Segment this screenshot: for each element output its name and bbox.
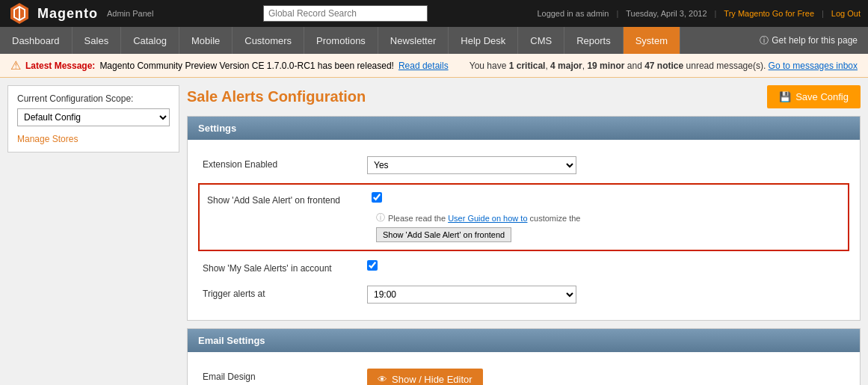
date-text: Tuesday, April 3, 2012 (626, 9, 707, 18)
settings-section-header: Settings (188, 117, 860, 140)
nav-bar: Dashboard Sales Catalog Mobile Customers… (0, 27, 868, 54)
inbox-link[interactable]: Go to messages inbox (769, 61, 858, 71)
my-sale-alerts-label: Show 'My Sale Alerts' in account (203, 260, 367, 274)
save-icon: 💾 (779, 91, 791, 102)
user-guide-link[interactable]: User Guide on how to (448, 214, 527, 223)
add-sale-alert-info: ⓘ Please read the User Guide on how to c… (376, 212, 580, 224)
main-layout: Current Configuration Scope: Default Con… (0, 78, 868, 385)
add-sale-alert-row: Show 'Add Sale Alert' on frontend ⓘ Plea… (198, 183, 849, 251)
extension-enabled-field: Yes No (367, 156, 845, 174)
logo-area: Magento Admin Panel (7, 1, 153, 25)
alert-icon: ⚠ (10, 58, 21, 73)
nav-item-mobile[interactable]: Mobile (179, 27, 233, 54)
settings-section-body: Extension Enabled Yes No Show 'Add Sale … (188, 140, 860, 320)
magento-logo-icon (7, 1, 31, 25)
alert-bar: ⚠ Latest Message: Magento Community Prev… (0, 54, 868, 78)
alert-right: You have 1 critical, 4 major, 19 minor a… (470, 61, 858, 71)
alert-right-pre: You have (470, 61, 509, 71)
top-right: Logged in as admin | Tuesday, April 3, 2… (537, 9, 861, 18)
alert-right-mid: unread message(s). (686, 61, 766, 71)
nav-item-sales[interactable]: Sales (73, 27, 122, 54)
nav-item-helpdesk[interactable]: Help Desk (449, 27, 518, 54)
sidebar: Current Configuration Scope: Default Con… (7, 85, 179, 385)
scope-label: Current Configuration Scope: (17, 93, 170, 104)
info-text-content: Please read the User Guide on how to cus… (388, 214, 580, 223)
nav-item-dashboard[interactable]: Dashboard (0, 27, 73, 54)
page-title-bar: Sale Alerts Configuration 💾 Save Config (187, 85, 861, 108)
extension-enabled-select[interactable]: Yes No (367, 156, 576, 174)
email-settings-section: Email Settings Email Design 👁 Show / Hid… (187, 328, 861, 385)
help-icon: ⓘ (760, 34, 769, 47)
try-magento-link[interactable]: Try Magento Go for Free (724, 9, 814, 18)
search-input[interactable] (263, 5, 428, 22)
nav-item-catalog[interactable]: Catalog (121, 27, 179, 54)
add-sale-alert-checkbox[interactable] (372, 192, 382, 203)
logo-text: Magento (37, 6, 98, 22)
alert-message: Magento Community Preview Version CE 1.7… (99, 61, 394, 71)
trigger-alerts-field: 19:00 18:00 17:00 20:00 (367, 286, 845, 304)
manage-stores-link[interactable]: Manage Stores (17, 134, 170, 144)
separator1: | (616, 9, 618, 18)
trigger-alerts-row: Trigger alerts at 19:00 18:00 17:00 20:0… (188, 280, 860, 309)
eye-icon: 👁 (378, 374, 387, 385)
help-label: Get help for this page (772, 35, 858, 46)
add-sale-alert-label: Show 'Add Sale Alert' on frontend (207, 192, 372, 206)
scope-select[interactable]: Default Config (17, 108, 170, 126)
nav-item-promotions[interactable]: Promotions (304, 27, 378, 54)
nav-item-reports[interactable]: Reports (564, 27, 624, 54)
logout-link[interactable]: Log Out (831, 9, 861, 18)
logged-in-text: Logged in as admin (537, 9, 609, 18)
email-design-label: Email Design (203, 369, 367, 382)
scope-select-wrap: Default Config (17, 108, 170, 126)
separator3: | (822, 9, 824, 18)
alert-major: 4 major (550, 61, 582, 71)
alert-critical: 1 critical (509, 61, 546, 71)
show-add-sale-alert-button[interactable]: Show 'Add Sale Alert' on frontend (376, 227, 511, 242)
extension-enabled-row: Extension Enabled Yes No (188, 150, 860, 180)
info-icon: ⓘ (376, 212, 385, 224)
alert-notice: 47 notice (644, 61, 683, 71)
my-sale-alerts-checkbox[interactable] (367, 260, 378, 271)
my-sale-alerts-row: Show 'My Sale Alerts' in account (188, 254, 860, 280)
nav-item-cms[interactable]: CMS (518, 27, 564, 54)
email-settings-header: Email Settings (188, 329, 860, 352)
my-sale-alerts-field (367, 260, 845, 271)
scope-box: Current Configuration Scope: Default Con… (7, 85, 179, 153)
page-title: Sale Alerts Configuration (187, 88, 366, 105)
email-design-field: 👁 Show / Hide Editor ⚙ B I U ABC (367, 369, 845, 385)
alert-left: ⚠ Latest Message: Magento Community Prev… (10, 58, 449, 73)
trigger-alerts-label: Trigger alerts at (203, 286, 367, 299)
read-details-link[interactable]: Read details (398, 61, 449, 71)
extension-enabled-label: Extension Enabled (203, 156, 367, 170)
nav-item-customers[interactable]: Customers (233, 27, 304, 54)
show-hide-editor-button[interactable]: 👁 Show / Hide Editor (367, 369, 483, 385)
add-sale-alert-field: ⓘ Please read the User Guide on how to c… (372, 192, 840, 242)
logo-sub: Admin Panel (107, 9, 153, 18)
nav-item-system[interactable]: System (624, 27, 680, 54)
top-bar: Magento Admin Panel Logged in as admin |… (0, 0, 868, 27)
alert-label: Latest Message: (25, 61, 95, 71)
alert-minor: 19 minor (587, 61, 624, 71)
save-config-button[interactable]: 💾 Save Config (767, 85, 861, 108)
show-hide-label: Show / Hide Editor (392, 374, 473, 385)
trigger-alerts-select[interactable]: 19:00 18:00 17:00 20:00 (367, 286, 576, 304)
settings-section: Settings Extension Enabled Yes No Show '… (187, 116, 861, 321)
separator2: | (715, 9, 717, 18)
nav-item-newsletter[interactable]: Newsletter (378, 27, 449, 54)
save-btn-label: Save Config (795, 91, 849, 102)
email-design-row: Email Design 👁 Show / Hide Editor ⚙ B I (188, 363, 860, 385)
content-area: Sale Alerts Configuration 💾 Save Config … (187, 85, 861, 385)
search-area (153, 5, 537, 22)
email-settings-body: Email Design 👁 Show / Hide Editor ⚙ B I (188, 352, 860, 385)
nav-help[interactable]: ⓘ Get help for this page (746, 27, 868, 54)
